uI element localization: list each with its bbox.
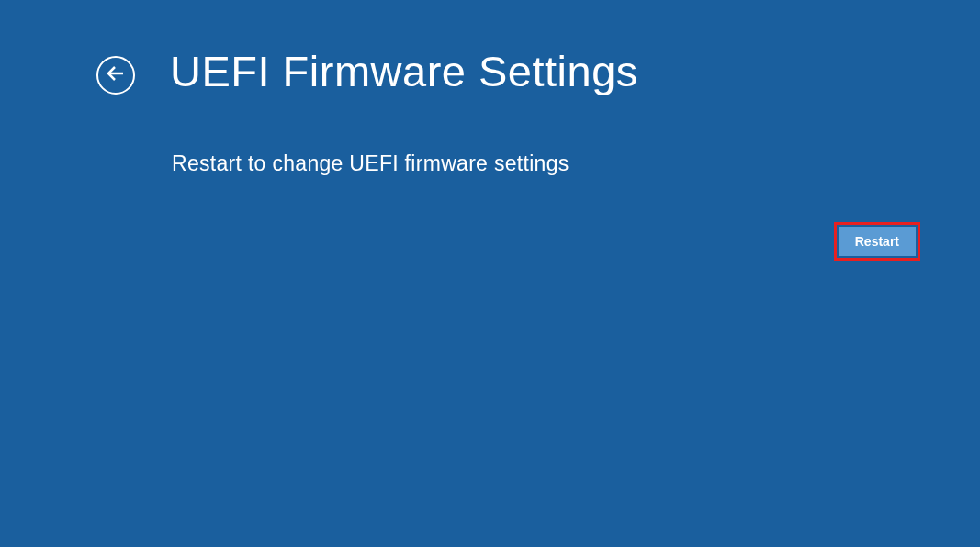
- restart-button[interactable]: Restart: [839, 227, 916, 256]
- header: UEFI Firmware Settings: [0, 0, 980, 96]
- arrow-left-icon: [105, 62, 127, 88]
- description-text: Restart to change UEFI firmware settings: [0, 96, 980, 176]
- back-button[interactable]: [96, 56, 135, 95]
- page-title: UEFI Firmware Settings: [170, 46, 638, 96]
- button-container: Restart: [839, 227, 916, 256]
